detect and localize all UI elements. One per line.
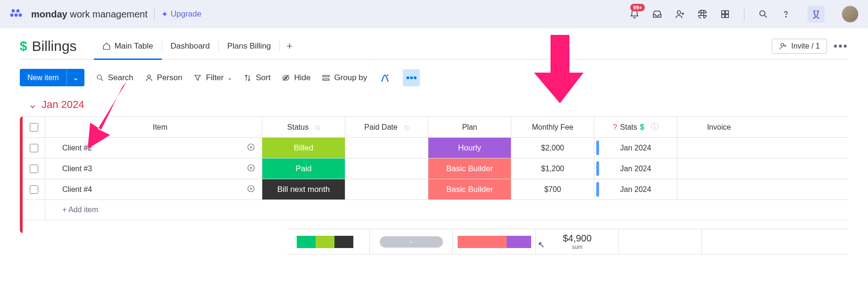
svg-point-18	[387, 74, 389, 76]
plan-summary	[453, 229, 536, 254]
status-summary	[287, 229, 370, 254]
dollar-icon: $	[20, 39, 27, 54]
expand-icon[interactable]	[247, 143, 255, 153]
fee-cell[interactable]: $700	[511, 179, 594, 199]
group-header[interactable]: ⌄ Jan 2024	[20, 94, 848, 116]
column-stats[interactable]: ? Stats $ ⓘ	[594, 117, 677, 137]
add-view-button[interactable]: +	[280, 40, 299, 52]
paid-date-cell[interactable]	[345, 138, 428, 158]
question-icon: ?	[613, 123, 617, 132]
column-plan[interactable]: Plan	[428, 117, 511, 137]
help-icon[interactable]	[780, 8, 792, 20]
ai-icon[interactable]	[378, 71, 392, 84]
divider	[744, 8, 744, 21]
column-fee[interactable]: Monthly Fee	[511, 117, 594, 137]
paid-date-summary: -	[370, 229, 453, 254]
column-status[interactable]: Status⦸	[262, 117, 345, 137]
stats-cell[interactable]: Jan 2024	[594, 179, 677, 199]
assistant-icon: ⟆⟅	[813, 9, 819, 19]
item-cell[interactable]: Client #3	[45, 158, 262, 179]
more-tools-button[interactable]: •••	[403, 69, 420, 86]
paid-date-cell[interactable]	[345, 158, 428, 179]
invoice-summary	[702, 229, 785, 254]
search-button[interactable]: Search	[96, 73, 134, 83]
add-item-row[interactable]: + Add item	[23, 199, 848, 220]
column-invoice[interactable]: Invoice	[677, 117, 760, 137]
row-checkbox[interactable]	[30, 165, 38, 173]
assistant-button[interactable]: ⟆⟅	[808, 6, 825, 23]
invoice-cell[interactable]	[677, 179, 760, 199]
table-row[interactable]: Client #3PaidBasic Builder$1,200Jan 2024	[23, 158, 848, 179]
plan-cell[interactable]: Basic Builder	[428, 179, 511, 199]
more-menu-button[interactable]: •••	[834, 40, 848, 53]
svg-rect-17	[323, 79, 330, 80]
select-all-checkbox[interactable]	[30, 123, 38, 132]
expand-icon[interactable]	[247, 184, 255, 195]
status-cell[interactable]: Billed	[262, 138, 345, 158]
invoice-cell[interactable]	[677, 158, 760, 179]
view-tab-dashboard[interactable]: Dashboard	[162, 33, 218, 59]
cursor-icon: ↖	[538, 240, 545, 250]
groupby-button[interactable]: Group by	[322, 73, 367, 83]
plan-cell[interactable]: Hourly	[428, 138, 511, 158]
brand-text: monday work management	[31, 9, 148, 20]
invoice-cell[interactable]	[677, 138, 760, 158]
svg-point-1	[17, 9, 20, 13]
group-icon	[322, 74, 330, 82]
filter-icon	[193, 74, 202, 82]
item-cell[interactable]: Client #4	[45, 179, 262, 199]
avatar[interactable]	[842, 6, 859, 23]
board-title[interactable]: Billings	[32, 38, 77, 54]
stats-cell[interactable]: Jan 2024	[594, 158, 677, 179]
svg-point-2	[10, 14, 14, 17]
invite-user-icon[interactable]	[674, 8, 685, 20]
sort-button[interactable]: Sort	[243, 73, 270, 83]
notification-badge: 99+	[630, 4, 645, 11]
table-row[interactable]: Client #2BilledHourly$2,000Jan 2024	[23, 137, 848, 158]
svg-rect-7	[726, 11, 728, 14]
status-cell[interactable]: Bill next month	[262, 179, 345, 199]
notifications-icon[interactable]: 99+	[629, 8, 640, 20]
hide-button[interactable]: Hide	[282, 73, 310, 83]
table-header-row: Item Status⦸ Paid Date⦸ Plan Monthly Fee…	[23, 116, 848, 137]
eye-off-icon: ⦸	[404, 123, 409, 132]
eye-off-icon	[282, 74, 290, 82]
search-icon[interactable]	[758, 8, 769, 20]
stats-cell[interactable]: Jan 2024	[594, 138, 677, 158]
paid-date-cell[interactable]	[345, 179, 428, 199]
person-button[interactable]: Person	[145, 73, 183, 83]
chevron-down-icon: ⌄	[28, 99, 37, 111]
svg-point-12	[781, 43, 784, 46]
group-color-bar	[20, 116, 23, 233]
invite-button[interactable]: Invite / 1	[772, 39, 826, 54]
home-icon	[102, 42, 111, 50]
view-tab-plans[interactable]: Plans Billing	[219, 33, 280, 59]
sort-icon	[243, 74, 252, 82]
fee-cell[interactable]: $2,000	[511, 138, 594, 158]
status-cell[interactable]: Paid	[262, 158, 345, 179]
fee-cell[interactable]: $1,200	[511, 158, 594, 179]
svg-point-3	[15, 14, 18, 17]
new-item-button[interactable]: New item ⌄	[20, 69, 84, 86]
plan-cell[interactable]: Basic Builder	[428, 158, 511, 179]
column-paid-date[interactable]: Paid Date⦸	[345, 117, 428, 137]
expand-icon[interactable]	[247, 164, 255, 174]
item-cell[interactable]: Client #2	[45, 138, 262, 158]
row-checkbox[interactable]	[30, 144, 38, 152]
eye-off-icon: ⦸	[315, 123, 320, 132]
apps-icon[interactable]	[697, 8, 708, 20]
sparkle-icon: ✦	[161, 9, 168, 19]
marketplace-icon[interactable]	[719, 8, 731, 20]
upgrade-button[interactable]: ✦ Upgrade	[161, 9, 201, 19]
user-plus-icon	[779, 42, 787, 50]
chevron-down-icon: ⌄	[227, 75, 232, 81]
view-tab-main[interactable]: Main Table	[94, 33, 162, 59]
column-item[interactable]: Item	[45, 117, 262, 137]
table-row[interactable]: Client #4Bill next monthBasic Builder$70…	[23, 179, 848, 199]
svg-point-13	[97, 75, 101, 79]
row-checkbox[interactable]	[30, 185, 38, 194]
filter-button[interactable]: Filter ⌄	[193, 73, 232, 83]
chevron-down-icon[interactable]: ⌄	[67, 69, 84, 86]
svg-point-5	[677, 11, 681, 14]
inbox-icon[interactable]	[651, 8, 663, 20]
